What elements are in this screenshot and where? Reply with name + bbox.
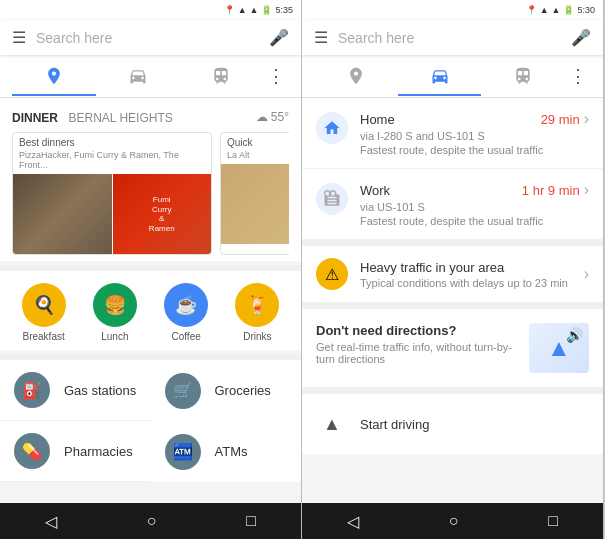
right-hamburger-icon[interactable]: ☰ <box>314 28 328 47</box>
left-search-bar: ☰ Search here 🎤 <box>0 20 301 55</box>
right-status-icons: 📍 ▲ ▲ 🔋 5:30 <box>526 5 595 15</box>
drinks-icon-circle: 🍹 <box>235 283 279 327</box>
breakfast-label: Breakfast <box>23 331 65 342</box>
home-route[interactable]: Home 29 min › via I-280 S and US-101 S F… <box>302 98 603 169</box>
left-tab-explore[interactable] <box>12 56 96 96</box>
right-back-button[interactable]: ◁ <box>327 508 379 535</box>
left-content: DINNER BERNAL HEIGHTS ☁ 55° Best dinners… <box>0 98 301 503</box>
home-route-content: Home 29 min › via I-280 S and US-101 S F… <box>360 110 589 156</box>
restaurant-cards: Best dinners PizzaHacker, Fumi Curry & R… <box>12 132 289 255</box>
list-row-1: ⛽ Gas stations 🛒 Groceries <box>0 360 301 421</box>
coffee-label: Coffee <box>171 331 200 342</box>
right-search-bar: ☰ Search here 🎤 <box>302 20 603 55</box>
right-home-button[interactable]: ○ <box>429 508 479 534</box>
home-route-time: 29 min <box>541 112 580 127</box>
atms-icon: 🏧 <box>165 434 201 470</box>
left-phone: 📍 ▲ ▲ 🔋 5:35 ☰ Search here 🎤 ⋮ DINN <box>0 0 302 539</box>
quick-img-placeholder <box>221 164 289 244</box>
left-tab-transit[interactable] <box>179 56 263 96</box>
work-route-title: Work <box>360 183 390 198</box>
breakfast-item[interactable]: 🍳 Breakfast <box>22 283 66 342</box>
start-driving-label: Start driving <box>360 417 429 432</box>
location-icon: 📍 <box>224 5 235 15</box>
quick-image <box>221 164 289 244</box>
atms-item[interactable]: 🏧 ATMs <box>151 421 302 482</box>
restaurant2-text: FumiCurry&Ramen <box>149 195 175 233</box>
home-route-meta: Home 29 min › <box>360 110 589 128</box>
lunch-icon-circle: 🍔 <box>93 283 137 327</box>
right-phone: 📍 ▲ ▲ 🔋 5:30 ☰ Search here 🎤 ⋮ <box>302 0 604 539</box>
left-search-input[interactable]: Search here <box>36 30 259 46</box>
traffic-title: Heavy traffic in your area <box>360 260 572 275</box>
traffic-subtitle: Typical conditions with delays up to 23 … <box>360 277 572 289</box>
work-note: Fastest route, despite the usual traffic <box>360 215 589 227</box>
left-bottom-nav: ◁ ○ □ <box>0 503 301 539</box>
groceries-item[interactable]: 🛒 Groceries <box>151 360 302 421</box>
work-via: via US-101 S <box>360 201 589 213</box>
drinks-item[interactable]: 🍹 Drinks <box>235 283 279 342</box>
dinner-location: BERNAL HEIGHTS <box>68 111 172 125</box>
groceries-label: Groceries <box>215 383 271 398</box>
start-driving[interactable]: ▲ Start driving <box>302 394 603 454</box>
dinner-section: DINNER BERNAL HEIGHTS ☁ 55° Best dinners… <box>0 98 301 261</box>
right-mic-icon[interactable]: 🎤 <box>571 28 591 47</box>
right-tab-explore[interactable] <box>314 56 398 96</box>
left-home-button[interactable]: ○ <box>127 508 177 534</box>
left-tab-more[interactable]: ⋮ <box>263 55 289 97</box>
left-back-button[interactable]: ◁ <box>25 508 77 535</box>
battery-icon: 🔋 <box>261 5 272 15</box>
list-row-2: 💊 Pharmacies 🏧 ATMs <box>0 421 301 482</box>
right-search-input[interactable]: Search here <box>338 30 561 46</box>
right-tab-transit[interactable] <box>481 56 565 96</box>
places-list: ⛽ Gas stations 🛒 Groceries 💊 Pharmacies … <box>0 360 301 482</box>
home-route-icon <box>316 112 348 144</box>
home-time-row: 29 min › <box>541 110 589 128</box>
wifi-icon: ▲ <box>250 5 259 15</box>
work-route-time: 1 hr 9 min <box>522 183 580 198</box>
left-hamburger-icon[interactable]: ☰ <box>12 28 26 47</box>
breakfast-icon-circle: 🍳 <box>22 283 66 327</box>
right-battery-icon: 🔋 <box>563 5 574 15</box>
quick-sub: La Alt <box>221 150 289 164</box>
gas-stations-item[interactable]: ⛽ Gas stations <box>0 360 151 421</box>
right-status-bar: 📍 ▲ ▲ 🔋 5:30 <box>302 0 603 20</box>
traffic-arrow: › <box>584 265 589 283</box>
left-nav-tabs: ⋮ <box>0 55 301 98</box>
traffic-content: Heavy traffic in your area Typical condi… <box>360 260 572 289</box>
work-route[interactable]: Work 1 hr 9 min › via US-101 S Fastest r… <box>302 169 603 240</box>
home-route-arrow: › <box>584 110 589 128</box>
dinner-header: DINNER BERNAL HEIGHTS ☁ 55° <box>12 108 289 126</box>
no-dir-title: Don't need directions? <box>316 323 517 338</box>
pharmacies-item[interactable]: 💊 Pharmacies <box>0 421 151 482</box>
lunch-item[interactable]: 🍔 Lunch <box>93 283 137 342</box>
pharmacies-label: Pharmacies <box>64 444 133 459</box>
quick-card[interactable]: Quick La Alt <box>220 132 289 255</box>
dinner-temp: ☁ 55° <box>256 110 289 124</box>
card-images: FumiCurry&Ramen <box>13 174 211 254</box>
home-note: Fastest route, despite the usual traffic <box>360 144 589 156</box>
right-recent-button[interactable]: □ <box>528 508 578 534</box>
right-content: Home 29 min › via I-280 S and US-101 S F… <box>302 98 603 503</box>
right-tab-more[interactable]: ⋮ <box>565 55 591 97</box>
restaurant2-image: FumiCurry&Ramen <box>112 174 212 254</box>
left-tab-driving[interactable] <box>96 56 180 96</box>
right-tab-driving[interactable] <box>398 56 482 96</box>
main-restaurant-card[interactable]: Best dinners PizzaHacker, Fumi Curry & R… <box>12 132 212 255</box>
left-mic-icon[interactable]: 🎤 <box>269 28 289 47</box>
cloud-icon: ☁ <box>256 110 268 124</box>
no-directions: Don't need directions? Get real-time tra… <box>302 309 603 388</box>
groceries-icon: 🛒 <box>165 373 201 409</box>
left-time: 5:35 <box>275 5 293 15</box>
atms-label: ATMs <box>215 444 248 459</box>
work-route-arrow: › <box>584 181 589 199</box>
left-recent-button[interactable]: □ <box>226 508 276 534</box>
quick-label: Quick <box>221 133 289 150</box>
home-route-title: Home <box>360 112 395 127</box>
drinks-label: Drinks <box>243 331 271 342</box>
coffee-icon-circle: ☕ <box>164 283 208 327</box>
traffic-alert[interactable]: ⚠ Heavy traffic in your area Typical con… <box>302 246 603 303</box>
restaurant1-image <box>13 174 112 254</box>
dinner-title-row: DINNER BERNAL HEIGHTS <box>12 108 173 126</box>
work-route-row: Work 1 hr 9 min › via US-101 S Fastest r… <box>316 181 589 227</box>
coffee-item[interactable]: ☕ Coffee <box>164 283 208 342</box>
